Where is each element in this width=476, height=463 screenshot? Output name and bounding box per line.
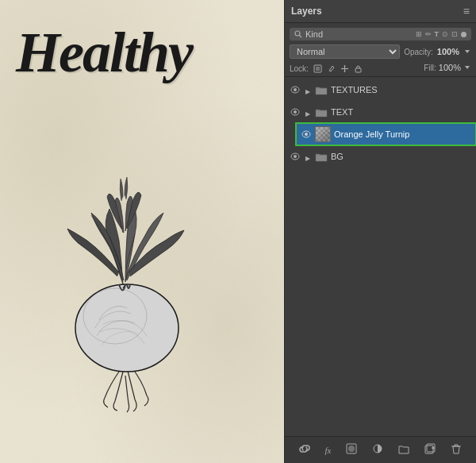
panel-controls: Kind ⊞ ✏ T ⊙ ⊡ Normal Multiply Scree bbox=[285, 23, 476, 77]
new-layer-icon[interactable] bbox=[421, 442, 439, 458]
link-icon[interactable] bbox=[296, 442, 313, 458]
opacity-value: 100% bbox=[437, 47, 459, 56]
svg-rect-11 bbox=[355, 68, 361, 72]
svg-line-3 bbox=[300, 36, 302, 38]
layer-name-textures: TEXTURES bbox=[331, 85, 471, 95]
svg-point-22 bbox=[348, 446, 355, 452]
opacity-label: Opacity: bbox=[404, 48, 433, 56]
eye-icon-orange-jelly-turnip[interactable] bbox=[301, 129, 312, 140]
layer-item-orange-jelly-turnip[interactable]: Orange Jelly Turnip bbox=[296, 123, 476, 145]
filter-brush-icon[interactable]: ✏ bbox=[425, 30, 432, 38]
svg-point-0 bbox=[75, 284, 178, 372]
search-row: Kind ⊞ ✏ T ⊙ ⊡ bbox=[290, 28, 471, 41]
layer-name-bg: BG bbox=[331, 152, 471, 161]
vegetable-illustration bbox=[40, 114, 214, 415]
arrow-icon-text[interactable] bbox=[304, 108, 312, 116]
new-group-icon[interactable] bbox=[395, 442, 413, 458]
lock-move-icon[interactable] bbox=[340, 64, 349, 73]
panel-menu-icon[interactable]: ≡ bbox=[463, 5, 470, 17]
svg-marker-8 bbox=[344, 71, 345, 72]
eye-icon-text[interactable] bbox=[290, 106, 301, 118]
svg-marker-12 bbox=[465, 66, 470, 69]
filter-adjustment-icon[interactable]: ⊙ bbox=[442, 30, 448, 38]
folder-icon-text bbox=[315, 107, 328, 118]
fill-value: 100% bbox=[439, 63, 461, 72]
eye-icon-bg[interactable] bbox=[290, 151, 301, 162]
layer-item-textures[interactable]: TEXTURES bbox=[285, 79, 476, 101]
layers-panel: Layers ≡ Kind ⊞ ✏ T ⊙ ⊡ bbox=[284, 0, 476, 463]
filter-pixel-icon[interactable]: ⊞ bbox=[416, 30, 422, 38]
arrow-icon-textures[interactable] bbox=[304, 86, 312, 94]
svg-marker-4 bbox=[465, 50, 470, 53]
arrow-icon-bg[interactable] bbox=[304, 152, 312, 160]
lock-pixel-icon[interactable] bbox=[313, 64, 322, 73]
canvas: Healthy bbox=[0, 0, 284, 463]
svg-marker-7 bbox=[344, 65, 345, 67]
adjustment-layer-icon[interactable] bbox=[343, 442, 360, 458]
lock-row: Lock: bbox=[290, 64, 363, 73]
svg-point-20 bbox=[294, 155, 297, 158]
layer-thumbnail-orange-jelly-turnip bbox=[315, 126, 331, 142]
filter-smart-icon[interactable]: ⊡ bbox=[451, 30, 458, 38]
blend-mode-row: Normal Multiply Screen Overlay Opacity: … bbox=[290, 44, 471, 59]
svg-point-2 bbox=[295, 31, 300, 36]
fill-label: Fill: bbox=[424, 64, 436, 72]
svg-point-14 bbox=[294, 88, 297, 91]
layer-name-orange-jelly-turnip: Orange Jelly Turnip bbox=[334, 129, 471, 139]
svg-marker-9 bbox=[341, 68, 343, 70]
search-icon bbox=[294, 30, 302, 38]
fill-row: Fill: 100% bbox=[424, 63, 471, 72]
delete-layer-icon[interactable] bbox=[447, 442, 465, 458]
lock-brush-icon[interactable] bbox=[327, 64, 336, 73]
folder-icon-textures bbox=[315, 85, 328, 95]
svg-point-16 bbox=[294, 110, 297, 114]
eye-icon-textures[interactable] bbox=[290, 84, 301, 95]
layers-list: TEXTURES TEXT bbox=[285, 77, 476, 436]
kind-label: Kind bbox=[305, 29, 413, 39]
svg-point-18 bbox=[305, 133, 308, 136]
filter-dot[interactable] bbox=[461, 32, 466, 37]
svg-marker-10 bbox=[347, 68, 348, 70]
layer-item-bg[interactable]: BG bbox=[285, 145, 476, 168]
lock-fill-row: Lock: bbox=[290, 62, 471, 73]
layer-name-text: TEXT bbox=[331, 107, 471, 117]
panel-footer: fx bbox=[285, 436, 476, 463]
canvas-title-text: Healthy bbox=[16, 24, 192, 81]
panel-title: Layers bbox=[291, 6, 322, 17]
folder-icon-bg bbox=[315, 152, 328, 162]
opacity-arrow-icon[interactable] bbox=[463, 48, 471, 56]
layer-item-text[interactable]: TEXT bbox=[285, 101, 476, 123]
fx-icon[interactable]: fx bbox=[322, 444, 335, 457]
circle-half-icon[interactable] bbox=[369, 442, 386, 458]
lock-lock-icon[interactable] bbox=[354, 64, 363, 73]
fill-arrow-icon[interactable] bbox=[463, 64, 471, 71]
filter-text-icon[interactable]: T bbox=[435, 30, 440, 38]
svg-rect-6 bbox=[316, 67, 320, 71]
filter-icons: ⊞ ✏ T ⊙ ⊡ bbox=[416, 30, 467, 38]
blend-mode-select[interactable]: Normal Multiply Screen Overlay bbox=[290, 44, 400, 59]
panel-header: Layers ≡ bbox=[285, 0, 476, 23]
lock-label: Lock: bbox=[290, 64, 309, 73]
